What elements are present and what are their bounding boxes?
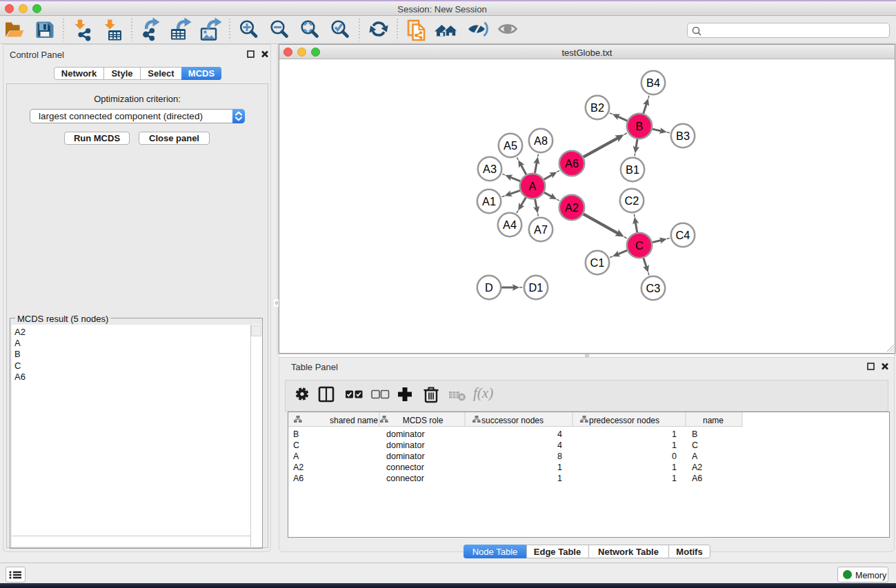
svg-text:D: D [485,281,493,294]
svg-text:C3: C3 [646,282,661,294]
svg-text:A1: A1 [482,195,496,207]
svg-text:A: A [529,180,537,192]
svg-text:B3: B3 [676,130,690,142]
svg-text:B4: B4 [646,77,660,89]
svg-text:B2: B2 [590,101,604,114]
svg-text:C2: C2 [625,194,639,207]
svg-text:C4: C4 [676,229,690,241]
svg-text:A2: A2 [565,201,579,214]
svg-text:A3: A3 [483,163,497,175]
svg-text:A5: A5 [504,139,517,152]
svg-text:B: B [636,120,644,132]
svg-text:B1: B1 [626,163,639,176]
svg-text:C: C [635,239,644,252]
svg-text:A4: A4 [503,219,517,231]
svg-text:A6: A6 [565,157,579,170]
svg-text:D1: D1 [529,281,544,294]
svg-text:C1: C1 [590,256,605,269]
svg-text:A8: A8 [534,134,548,147]
svg-text:A7: A7 [534,223,548,236]
